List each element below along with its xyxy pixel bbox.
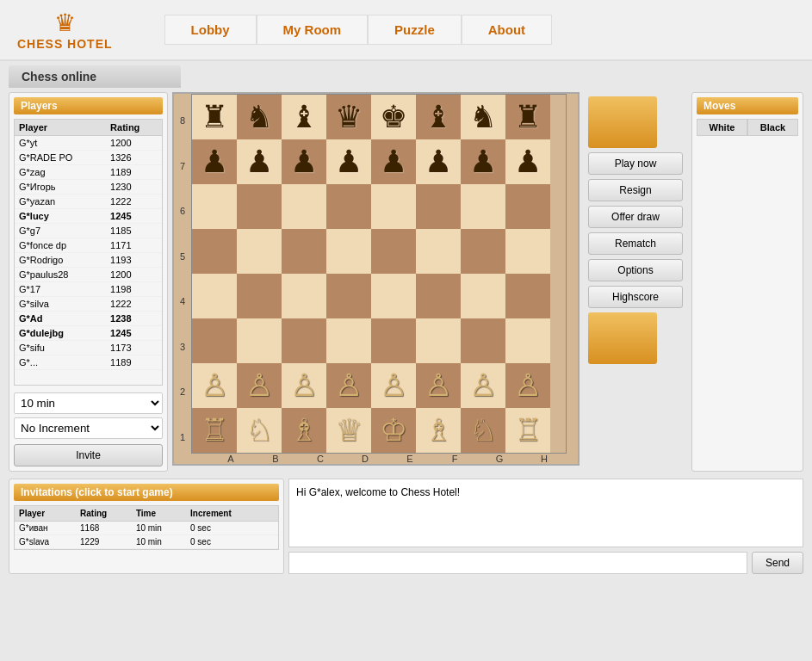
highscore-button[interactable]: Highscore: [588, 286, 683, 308]
board-cell[interactable]: ♝: [282, 95, 326, 139]
nav-about[interactable]: About: [462, 15, 552, 45]
board-cell[interactable]: ♙: [416, 363, 461, 408]
table-row[interactable]: G*silva1222: [15, 297, 162, 312]
board-cell[interactable]: [416, 184, 461, 229]
table-row[interactable]: G*...1189: [15, 355, 162, 370]
board-cell[interactable]: ♟: [461, 139, 505, 184]
board-cell[interactable]: [371, 274, 416, 318]
board-cell[interactable]: [371, 184, 416, 229]
offer-draw-button[interactable]: Offer draw: [588, 206, 683, 228]
board-cell[interactable]: [505, 184, 550, 229]
board-cell[interactable]: [461, 318, 505, 363]
board-cell[interactable]: [416, 229, 461, 274]
board-cell[interactable]: ♗: [282, 408, 326, 453]
table-row[interactable]: G*lucy1245: [15, 209, 162, 224]
board-cell[interactable]: ♖: [505, 408, 550, 453]
board-cell[interactable]: [326, 274, 371, 318]
board-cell[interactable]: ♙: [326, 363, 371, 408]
board-cell[interactable]: ♟: [371, 139, 416, 184]
board-cell[interactable]: ♟: [192, 139, 237, 184]
chat-input[interactable]: [288, 552, 747, 574]
board-cell[interactable]: [282, 274, 326, 318]
board-cell[interactable]: ♗: [416, 408, 461, 453]
board-cell[interactable]: [192, 229, 237, 274]
invitation-row[interactable]: G*slava122910 min0 sec: [15, 535, 278, 549]
board-cell[interactable]: ♟: [505, 139, 550, 184]
invitation-row[interactable]: G*иван116810 min0 sec: [15, 522, 278, 535]
board-cell[interactable]: [282, 318, 326, 363]
options-button[interactable]: Options: [588, 259, 683, 281]
board-cell[interactable]: [237, 318, 282, 363]
board-cell[interactable]: ♙: [282, 363, 326, 408]
board-cell[interactable]: [416, 318, 461, 363]
board-cell[interactable]: [461, 229, 505, 274]
table-row[interactable]: G*zag1189: [15, 165, 162, 180]
players-table[interactable]: Player Rating G*yt1200G*RADE PO1326G*zag…: [14, 119, 163, 386]
board-cell[interactable]: [326, 318, 371, 363]
table-row[interactable]: G*g71185: [15, 224, 162, 238]
rematch-button[interactable]: Rematch: [588, 232, 683, 255]
table-row[interactable]: G*fonce dp1171: [15, 238, 162, 253]
nav-puzzle[interactable]: Puzzle: [368, 15, 462, 45]
board-cell[interactable]: ♙: [505, 363, 550, 408]
board-cell[interactable]: [371, 318, 416, 363]
board-cell[interactable]: ♚: [371, 95, 416, 139]
board-cell[interactable]: ♘: [461, 408, 505, 453]
board-cell[interactable]: [237, 184, 282, 229]
nav-lobby[interactable]: Lobby: [164, 15, 257, 45]
board-cell[interactable]: ♙: [192, 363, 237, 408]
board-cell[interactable]: [192, 274, 237, 318]
send-button[interactable]: Send: [752, 552, 803, 574]
board-cell[interactable]: ♜: [505, 95, 550, 139]
increment-select[interactable]: No Increment 1 sec 2 sec: [14, 417, 163, 439]
board-cell[interactable]: [461, 184, 505, 229]
table-row[interactable]: G*yt1200: [15, 136, 162, 151]
board-cell[interactable]: ♟: [282, 139, 326, 184]
nav-myroom[interactable]: My Room: [257, 15, 369, 45]
board-cell[interactable]: [192, 184, 237, 229]
board-cell[interactable]: [326, 229, 371, 274]
resign-button[interactable]: Resign: [588, 179, 683, 201]
play-now-button[interactable]: Play now: [588, 152, 683, 175]
board-cell[interactable]: [282, 229, 326, 274]
board-cell[interactable]: ♙: [237, 363, 282, 408]
board-cell[interactable]: ♟: [237, 139, 282, 184]
board-cell[interactable]: ♟: [416, 139, 461, 184]
table-row[interactable]: G*Ad1238: [15, 312, 162, 326]
table-row[interactable]: G*171198: [15, 282, 162, 297]
board-cell[interactable]: ♝: [416, 95, 461, 139]
board-cell[interactable]: ♙: [371, 363, 416, 408]
board-cell[interactable]: [282, 184, 326, 229]
board-cell[interactable]: ♞: [237, 95, 282, 139]
board-cell[interactable]: [237, 229, 282, 274]
board-cell[interactable]: ♙: [461, 363, 505, 408]
board-cell[interactable]: [192, 318, 237, 363]
board-cell[interactable]: ♖: [192, 408, 237, 453]
board-cell[interactable]: [326, 184, 371, 229]
table-row[interactable]: G*yazan1222: [15, 195, 162, 209]
board-cell[interactable]: ♜: [192, 95, 237, 139]
table-row[interactable]: G*paulus281200: [15, 268, 162, 282]
board-cell[interactable]: ♘: [237, 408, 282, 453]
players-list: Player Rating G*yt1200G*RADE PO1326G*zag…: [15, 120, 162, 370]
board-cell[interactable]: ♞: [461, 95, 505, 139]
board-cell[interactable]: [505, 318, 550, 363]
invite-button[interactable]: Invite: [14, 444, 163, 466]
chess-board[interactable]: ♜♞♝♛♚♝♞♜♟♟♟♟♟♟♟♟♙♙♙♙♙♙♙♙♖♘♗♕♔♗♘♖: [191, 94, 567, 454]
table-row[interactable]: G*Игорь1230: [15, 180, 162, 195]
board-cell[interactable]: [505, 274, 550, 318]
table-row[interactable]: G*sifu1173: [15, 341, 162, 355]
board-cell[interactable]: ♟: [326, 139, 371, 184]
board-cell[interactable]: ♔: [371, 408, 416, 453]
board-cell[interactable]: [505, 229, 550, 274]
board-cell[interactable]: ♛: [326, 95, 371, 139]
board-cell[interactable]: [371, 229, 416, 274]
table-row[interactable]: G*dulejbg1245: [15, 326, 162, 341]
board-cell[interactable]: [461, 274, 505, 318]
table-row[interactable]: G*Rodrigo1193: [15, 253, 162, 268]
time-control-select[interactable]: 10 min 5 min 15 min: [14, 392, 163, 414]
table-row[interactable]: G*RADE PO1326: [15, 151, 162, 165]
board-cell[interactable]: ♕: [326, 408, 371, 453]
board-cell[interactable]: [237, 274, 282, 318]
board-cell[interactable]: [416, 274, 461, 318]
